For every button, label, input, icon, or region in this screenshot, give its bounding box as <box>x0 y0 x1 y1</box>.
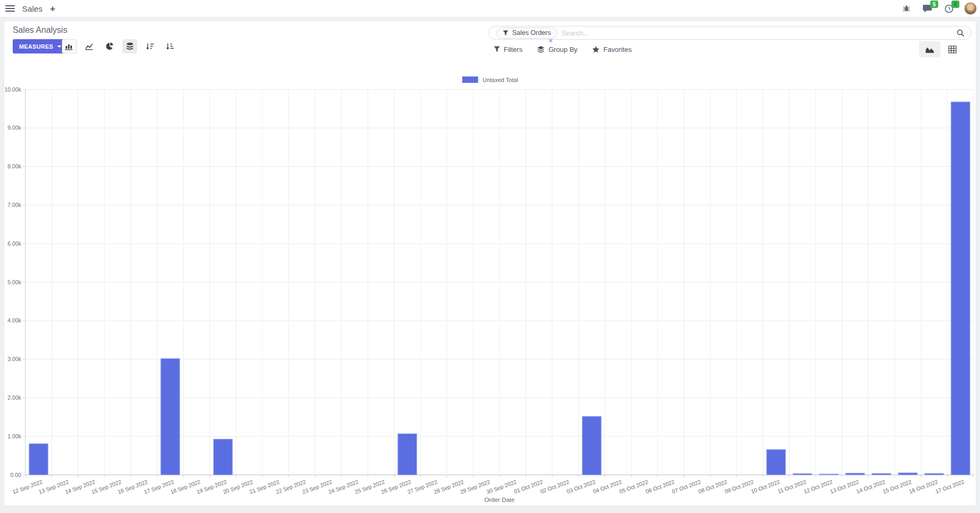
bar-chart: 0.001.00k2.00k3.00k4.00k5.00k6.00k7.00k8… <box>4 66 976 506</box>
bar[interactable] <box>582 416 601 475</box>
group-by-layers-icon <box>537 46 545 53</box>
bar[interactable] <box>819 474 838 475</box>
page-title: Sales Analysis <box>13 25 67 35</box>
x-tick-label: 16 Oct 2022 <box>908 479 939 495</box>
y-tick-label: 6.00k <box>7 240 21 247</box>
facet-label: Sales Orders <box>512 29 551 37</box>
x-tick-label: 08 Oct 2022 <box>697 479 728 495</box>
y-tick-label: 10.00k <box>4 86 21 93</box>
group-by-menu[interactable]: Group By <box>537 46 577 53</box>
filters-menu[interactable]: Filters <box>494 46 522 53</box>
bar[interactable] <box>398 434 417 475</box>
x-tick-label: 13 Oct 2022 <box>829 479 860 495</box>
bar[interactable] <box>872 473 891 475</box>
y-tick-label: 5.00k <box>7 279 21 285</box>
search-input[interactable] <box>561 29 957 37</box>
menu-icon[interactable] <box>5 5 15 12</box>
bug-icon[interactable] <box>901 3 912 14</box>
x-tick-label: 05 Oct 2022 <box>619 479 649 495</box>
x-tick-label: 17 Oct 2022 <box>934 479 965 495</box>
x-tick-label: 11 Oct 2022 <box>777 479 807 495</box>
stacked-icon[interactable] <box>122 39 137 53</box>
y-tick-label: 0.00 <box>11 472 22 478</box>
sales-analysis-panel: Sales Analysis MEASURES <box>4 21 976 506</box>
bar[interactable] <box>213 439 232 475</box>
pie-chart-icon[interactable] <box>102 39 117 53</box>
top-navbar: Sales + 5 <box>0 0 980 17</box>
search-menus: Filters Group By Favorites <box>494 43 632 55</box>
pivot-view-icon[interactable] <box>942 41 963 57</box>
filter-funnel-icon <box>494 46 500 52</box>
messages-icon[interactable]: 5 <box>922 3 933 14</box>
search-magnifier-icon[interactable] <box>957 29 965 37</box>
plus-icon[interactable]: + <box>50 4 56 13</box>
bar[interactable] <box>899 473 918 475</box>
x-tick-label: 30 Sep 2022 <box>486 479 518 496</box>
bar-chart-icon[interactable] <box>62 39 77 53</box>
x-tick-label: 03 Oct 2022 <box>566 479 596 495</box>
sort-descending-icon[interactable] <box>142 39 157 53</box>
sort-ascending-icon[interactable] <box>162 39 177 53</box>
view-switcher <box>919 41 963 57</box>
y-tick-label: 2.00k <box>7 394 21 401</box>
x-tick-label: 07 Oct 2022 <box>671 479 702 495</box>
x-tick-label: 12 Oct 2022 <box>803 479 833 495</box>
x-tick-label: 14 Oct 2022 <box>856 479 886 495</box>
chevron-down-icon <box>57 46 61 48</box>
line-chart-icon[interactable] <box>82 39 97 53</box>
x-tick-label: 09 Oct 2022 <box>724 479 755 495</box>
y-tick-label: 4.00k <box>7 317 21 323</box>
search-bar[interactable]: Sales Orders × <box>488 26 972 40</box>
bar[interactable] <box>29 444 48 475</box>
y-tick-label: 3.00k <box>7 356 21 362</box>
favorites-menu[interactable]: Favorites <box>592 46 631 53</box>
x-axis-title: Order Date <box>485 497 515 503</box>
favorites-star-icon <box>592 46 600 53</box>
y-tick-label: 9.00k <box>7 124 21 131</box>
messages-badge: 5 <box>930 1 938 8</box>
measures-button[interactable]: MEASURES <box>13 39 68 53</box>
x-tick-label: 01 Oct 2022 <box>513 479 544 495</box>
graph-view-icon[interactable] <box>919 41 940 57</box>
avatar[interactable] <box>964 2 977 15</box>
bar[interactable] <box>161 358 180 475</box>
search-facet-sales-orders[interactable]: Sales Orders <box>496 28 557 39</box>
bar[interactable] <box>767 449 786 475</box>
x-tick-label: 15 Oct 2022 <box>882 479 912 495</box>
x-tick-label: 06 Oct 2022 <box>645 479 675 495</box>
y-tick-label: 1.00k <box>7 433 21 439</box>
filter-funnel-icon <box>503 30 509 36</box>
bar[interactable] <box>793 474 812 475</box>
app-name[interactable]: Sales <box>22 4 43 13</box>
y-tick-label: 8.00k <box>7 163 21 169</box>
x-tick-label: 10 Oct 2022 <box>750 479 781 495</box>
chart-type-toolbar <box>62 39 177 53</box>
x-tick-label: 04 Oct 2022 <box>592 479 623 495</box>
bar[interactable] <box>846 473 865 475</box>
y-tick-label: 7.00k <box>7 202 21 208</box>
activities-clock-icon[interactable]: 8 <box>943 3 955 14</box>
bar[interactable] <box>951 102 970 475</box>
x-tick-label: 02 Oct 2022 <box>539 479 570 495</box>
activities-badge: 8 <box>951 1 959 8</box>
bar[interactable] <box>924 473 943 475</box>
